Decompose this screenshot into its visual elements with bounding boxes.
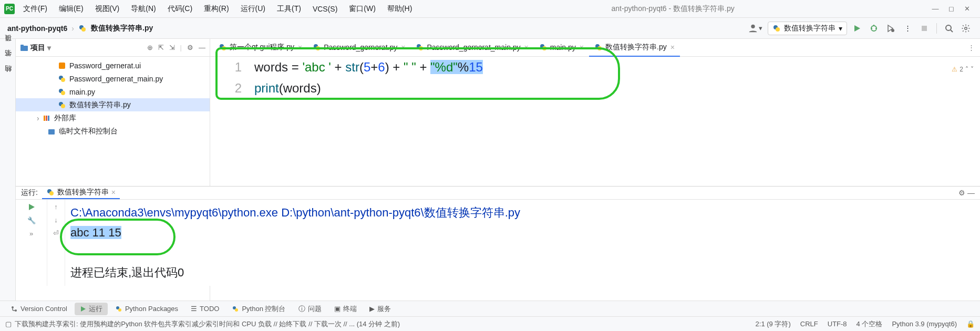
notification-icon[interactable]: ▢ [5, 320, 12, 328]
breadcrumb-file[interactable]: 数值转换字符串.py [91, 24, 153, 33]
expand-icon[interactable]: » [29, 230, 33, 237]
editor-tab[interactable]: main.py× [534, 39, 589, 57]
select-opened-file-icon[interactable]: ⊕ [147, 44, 153, 51]
code-line[interactable]: print(words) [254, 78, 980, 99]
maximize-icon[interactable]: ◻ [946, 4, 956, 14]
down-icon[interactable]: ↓ [54, 216, 58, 224]
project-icon [20, 44, 28, 52]
sidebar-item-bookmarks[interactable]: 书签 [2, 59, 14, 65]
minimize-icon[interactable]: — [931, 4, 940, 14]
tool-run[interactable]: 运行 [75, 303, 108, 315]
up-icon[interactable]: ↑ [54, 203, 58, 211]
collapse-all-icon[interactable]: ⇲ [169, 44, 175, 51]
svg-point-4 [776, 27, 780, 32]
close-tab-icon[interactable]: × [298, 43, 302, 51]
soft-wrap-icon[interactable]: ⏎ [53, 229, 59, 237]
status-interpreter[interactable]: Python 3.9 (mypyqt6) [892, 320, 957, 328]
editor-tab-active[interactable]: 数值转换字符串.py× [589, 39, 680, 57]
gear-icon[interactable]: ⚙ [187, 44, 193, 51]
close-tab-icon[interactable]: × [111, 188, 116, 196]
close-tab-icon[interactable]: × [670, 43, 675, 51]
svg-point-44 [235, 308, 238, 312]
lock-icon[interactable]: 🔒 [966, 320, 975, 328]
close-tab-icon[interactable]: × [524, 43, 529, 51]
stop-button[interactable] [917, 22, 931, 35]
tool-python-packages[interactable]: Python Packages [110, 303, 183, 314]
tree-item-external-libs[interactable]: ›外部库 [16, 111, 210, 125]
editor-tab[interactable]: 第一个qt gui程序.py× [213, 39, 307, 57]
editor-tab[interactable]: Password_gernerat_main.py× [410, 39, 533, 57]
menu-help[interactable]: 帮助(H) [384, 3, 415, 15]
run-tab[interactable]: 数值转换字符串 × [42, 187, 120, 199]
svg-point-36 [597, 46, 602, 50]
tool-services[interactable]: ▶服务 [364, 303, 396, 315]
svg-point-38 [49, 191, 54, 195]
debug-button[interactable] [867, 22, 881, 35]
gear-icon[interactable]: ⚙ — [958, 189, 975, 197]
settings-button[interactable] [959, 22, 973, 35]
svg-rect-26 [48, 129, 55, 135]
project-panel-title: 项目 [30, 43, 45, 53]
svg-rect-10 [922, 26, 927, 31]
bottom-toolbar: Version Control 运行 Python Packages ☰TODO… [0, 301, 980, 316]
project-tree[interactable]: Password_gernerat.ui Password_gernerat_m… [16, 57, 210, 140]
hide-panel-icon[interactable]: — [199, 44, 205, 51]
tree-item-selected[interactable]: 数值转换字符串.py [16, 98, 210, 111]
tree-item-scratches[interactable]: 临时文件和控制台 [16, 125, 210, 138]
menu-vcs[interactable]: VCS(S) [310, 4, 341, 14]
tree-item[interactable]: main.py [16, 85, 210, 98]
more-tabs-icon[interactable]: ⋮ [968, 44, 980, 51]
menu-edit[interactable]: 编辑(E) [56, 3, 87, 15]
run-button[interactable] [850, 22, 864, 35]
close-tab-icon[interactable]: × [580, 43, 584, 51]
console-output[interactable]: C:\Anaconda3\envs\mypyqt6\python.exe D:\… [65, 200, 980, 286]
menu-view[interactable]: 视图(V) [92, 3, 123, 15]
sidebar-item-structure[interactable]: 结构 [2, 75, 14, 81]
chevron-down-icon[interactable]: ˅ [971, 59, 974, 80]
menu-file[interactable]: 文件(F) [20, 3, 50, 15]
tool-terminal[interactable]: ▣终端 [329, 303, 362, 315]
menu-navigate[interactable]: 导航(N) [128, 3, 159, 15]
menu-code[interactable]: 代码(C) [164, 3, 195, 15]
run-config-label: 数值转换字符串 [784, 24, 835, 33]
tool-version-control[interactable]: Version Control [5, 303, 73, 314]
tool-python-console[interactable]: Python 控制台 [226, 303, 291, 315]
svg-point-1 [81, 27, 86, 32]
editor-tabs: 第一个qt gui程序.py× Password_gernerat.py× Pa… [210, 39, 980, 57]
svg-rect-14 [20, 46, 28, 51]
breadcrumb-project[interactable]: ant-python-pyqt6 [7, 24, 67, 33]
tool-problems[interactable]: ⓘ问题 [293, 303, 327, 315]
chevron-up-icon[interactable]: ˄ [965, 59, 968, 80]
sidebar-item-project[interactable]: 项目 [2, 43, 14, 49]
menu-run[interactable]: 运行(U) [238, 3, 269, 15]
svg-rect-24 [46, 116, 47, 121]
code-line[interactable]: words = 'abc ' + str(5+6) + " " + "%d"%1… [254, 57, 980, 78]
svg-line-12 [951, 30, 953, 32]
editor-tab[interactable]: Password_gernerat.py× [307, 39, 410, 57]
run-config-selector[interactable]: 数值转换字符串 ▾ [768, 22, 847, 35]
wrench-icon[interactable]: 🔧 [27, 216, 36, 224]
status-encoding[interactable]: UTF-8 [828, 320, 847, 328]
status-message[interactable]: 下载预构建共享索引: 使用预构建的Python 软件包共享索引减少索引时间和 C… [15, 319, 400, 329]
menu-tools[interactable]: 工具(T) [274, 3, 304, 15]
inspection-widget[interactable]: ⚠2˄˅ [952, 59, 974, 80]
menu-window[interactable]: 窗口(W) [346, 3, 379, 15]
run-with-coverage-button[interactable] [884, 22, 898, 35]
user-icon[interactable]: ▾ [745, 22, 765, 35]
tree-item[interactable]: Password_gernerat_main.py [16, 72, 210, 85]
tree-item[interactable]: Password_gernerat.ui [16, 59, 210, 72]
status-indent[interactable]: 4 个空格 [857, 319, 883, 329]
expand-all-icon[interactable]: ⇱ [158, 44, 164, 51]
menu-refactor[interactable]: 重构(R) [201, 3, 232, 15]
close-icon[interactable]: ✕ [962, 4, 972, 14]
chevron-down-icon[interactable]: ▾ [47, 44, 51, 52]
status-line-separator[interactable]: CRLF [800, 320, 818, 328]
svg-point-22 [61, 104, 65, 108]
svg-point-9 [891, 29, 894, 32]
more-actions-button[interactable]: ⋮ [901, 22, 914, 35]
tool-todo[interactable]: ☰TODO [185, 303, 224, 314]
status-caret-position[interactable]: 2:1 (9 字符) [756, 319, 791, 329]
search-everywhere-button[interactable] [942, 22, 956, 35]
rerun-button[interactable] [27, 203, 36, 211]
close-tab-icon[interactable]: × [401, 43, 405, 51]
